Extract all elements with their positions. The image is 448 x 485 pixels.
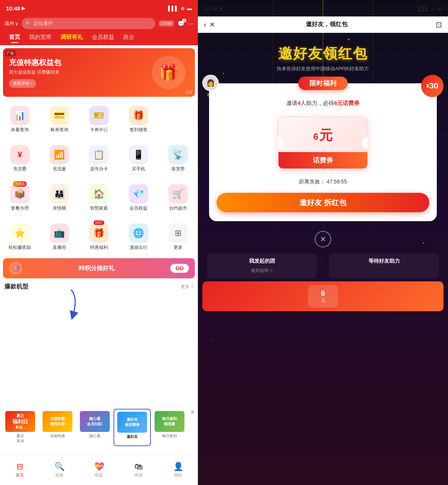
my-team-section: 我发起的团 规则说明 > (207, 253, 317, 278)
icon-item-smarthome[interactable]: 🏠 智慧家庭 (79, 181, 119, 214)
nav-tab-survey[interactable]: 调研有礼 (56, 32, 87, 42)
bottom-nav: ⊟ 首页 🔍 探索 💝 权益 🛍 商城 👤 我的 (0, 454, 198, 485)
banner-detail-btn[interactable]: 查看详情 > (9, 79, 36, 88)
status-bar-left: 10:48 ▶ ▌▌▌ ⊛ ▬ (0, 0, 198, 16)
wait-friends-section: 等待好友助力 (329, 253, 439, 278)
icon-item-coupon[interactable]: 🎫 卡券中心 (79, 103, 119, 136)
time-right: 10:48 ▶ (204, 5, 223, 12)
chat-button[interactable]: 💬 2 (177, 20, 185, 27)
banner-icon: 🎁 (159, 64, 178, 82)
user-row: 👩 客端 (202, 75, 219, 98)
close-nav-button[interactable]: ✕ (209, 21, 215, 29)
icon-item-earn[interactable]: ⭐ 轻松赚奖励 (0, 220, 40, 254)
icon-item-more[interactable]: ⊞ 更多 (158, 220, 198, 254)
nav-item-shop[interactable]: 🛍 商城 (119, 455, 158, 485)
location-button[interactable]: 温州 ∨ (4, 20, 19, 27)
wait-friends-title: 等待好友助力 (333, 258, 435, 265)
reward-card: 限时福利 邀请4人助力，必得6元话费券 6 元 话费券 距离失效： 47:59: (209, 83, 437, 221)
hero-section: 邀好友领红包 快来告诉好友使用中国移动APP的好友助力 (198, 33, 448, 80)
icon-grid-row3: 📦 任我选 套餐办理 👨‍👩‍👧 亲情网 🏠 智慧家庭 💎 会员权益 🛒 合约超… (0, 178, 198, 217)
voucher-ribbon: 话费券 (279, 152, 367, 169)
strip-close-btn[interactable]: ✕ (190, 409, 195, 416)
thirty-badge: ¥30 (421, 75, 444, 97)
invite-button[interactable]: 邀好友 拆红包 (217, 193, 429, 212)
icon-item-broadband[interactable]: 📡 装宽带 (158, 142, 198, 175)
icon-item-phone[interactable]: 📱 买手机 (119, 142, 158, 175)
points-banner-text: 99积分抽好礼 (27, 265, 166, 272)
hot-phones-title: 爆款机型 (4, 283, 28, 291)
nav-item-profile[interactable]: 👤 我的 (158, 455, 198, 485)
banner-page: 5/9 (186, 90, 192, 95)
banner-title: 充值特惠权益包 (9, 58, 61, 68)
nav-tab-broadband[interactable]: 我的宽带 (25, 32, 56, 42)
nav-tab-home[interactable]: 首页 (4, 32, 25, 42)
icon-item-vip[interactable]: 💎 会员权益 (119, 181, 158, 214)
nav-item-explore[interactable]: 🔍 探索 (40, 455, 79, 485)
icon-item-plan[interactable]: 📦 任我选 套餐办理 (0, 181, 40, 214)
nav-tab-gov[interactable]: 政企 (119, 32, 139, 42)
icon-item-checkin[interactable]: 🎁 签到领奖 (119, 103, 158, 136)
hot-phones-header: 爆款机型 更多 > (0, 280, 198, 292)
hot-phones-more[interactable]: 更多 > (181, 284, 193, 290)
icon-item-welfare[interactable]: 🎁 HOT 特惠福利 (79, 220, 119, 254)
left-panel: 10:48 ▶ ▌▌▌ ⊛ ▬ 温州 ∨ 🔍 定位看护 10086 💬 2 ··… (0, 0, 198, 485)
top-nav-right: ‹ ✕ 邀好友，领红包 ⊡ (198, 16, 448, 33)
back-button[interactable]: ‹ (204, 20, 206, 29)
icon-item-data[interactable]: 📶 充流量 (40, 142, 79, 175)
nav-item-rights[interactable]: 💝 权益 (79, 455, 119, 485)
icon-grid-row2: ¥ 充话费 📶 充流量 📋 选号办卡 📱 买手机 📡 装宽带 (0, 139, 198, 178)
nav-item-home[interactable]: ⊟ 首页 (0, 455, 40, 485)
countdown: 距离失效： 47:59:55 (299, 179, 347, 185)
icon-item-bill[interactable]: 💳 账单查询 (40, 103, 79, 136)
popup-strip: 夏日 福利日 享消... 夏日享消 充值特惠领抵扣券 充值特惠 随心看会员6选1… (0, 405, 198, 449)
limited-offer-badge: 限时福利 (298, 77, 348, 90)
ad-tag: 广告 (5, 50, 16, 56)
icon-grid-row4: ⭐ 轻松赚奖励 📺 直播间 🎁 HOT 特惠福利 🌐 漫游出行 ⊞ 更多 (0, 217, 198, 257)
my-team-title: 我发起的团 (211, 258, 312, 265)
invite-text: 邀请4人助力，必得6元话费券 (286, 100, 360, 107)
icon-item-simcard[interactable]: 📋 选号办卡 (79, 142, 119, 175)
voucher-amount: 元 (319, 126, 333, 145)
search-bar[interactable]: 🔍 定位看护 (22, 18, 155, 29)
close-circle-button[interactable]: ✕ (315, 231, 331, 247)
status-bar-right: 10:48 ▶ ▌▌▌ ⊛ ▬ (198, 0, 448, 16)
header-left: 温州 ∨ 🔍 定位看护 10086 💬 2 ··· (0, 16, 198, 32)
strip-item-recharge[interactable]: 充值特惠领抵扣券 充值特惠 (39, 409, 76, 446)
voucher: 6 元 话费券 (274, 113, 371, 173)
icon-item-roaming[interactable]: 🌐 漫游出行 (119, 220, 158, 254)
promo-banner[interactable]: 充值特惠权益包 四大超值权益 话费赚回来 查看详情 > 🎁 5/9 广告 (3, 48, 195, 97)
icon-item-contract[interactable]: 🛒 合约超市 (158, 181, 198, 214)
icon-item-live[interactable]: 📺 直播间 (40, 220, 79, 254)
bottom-voucher-preview: 6 元 (202, 281, 444, 311)
icon-item-balance[interactable]: 📊 余量查询 (0, 103, 40, 136)
user-avatar: 👩 (202, 75, 219, 91)
user-label: 客端 (207, 93, 214, 98)
icon-item-family[interactable]: 👨‍👩‍👧 亲情网 (40, 181, 79, 214)
hero-title: 邀好友领红包 (205, 44, 441, 63)
right-panel: 10:48 ▶ ▌▌▌ ⊛ ▬ ‹ ✕ 邀好友，领红包 ⊡ 👩 客端 ¥30 邀… (198, 0, 448, 485)
time-left: 10:48 ▶ (6, 5, 25, 12)
blue-arrow (60, 290, 82, 321)
banner-subtitle: 四大超值权益 话费赚回来 (9, 69, 61, 75)
icon-item-recharge[interactable]: ¥ 充话费 (0, 142, 40, 175)
strip-item-invite[interactable]: 邀好友领话费券 邀好友 (113, 409, 151, 446)
icon-grid-row1: 📊 余量查询 💳 账单查询 🎫 卡券中心 🎁 签到领奖 (0, 100, 198, 139)
points-go-btn[interactable]: GO (170, 264, 189, 273)
nav-tab-member[interactable]: 会员权益 (87, 32, 119, 42)
nav-tabs: 首页 我的宽带 调研有礼 会员权益 政企 (0, 32, 198, 45)
strip-item-daily[interactable]: 每日签到领流量 每日签到 (151, 409, 188, 446)
menu-button[interactable]: ··· (188, 20, 193, 28)
points-banner[interactable]: 🎯 99积分抽好礼 GO (3, 258, 195, 278)
strip-item-video[interactable]: 随心看会员6选1 随心看 (76, 409, 113, 446)
page-title: 邀好友，领红包 (218, 21, 436, 28)
points-code[interactable]: 10086 (158, 20, 174, 27)
strip-item-welfare[interactable]: 夏日 福利日 享消... 夏日享消 (1, 409, 39, 446)
hero-subtitle: 快来告诉好友使用中国移动APP的好友助力 (205, 65, 441, 72)
share-button[interactable]: ⊡ (436, 20, 442, 29)
my-team-rules[interactable]: 规则说明 > (211, 268, 312, 274)
